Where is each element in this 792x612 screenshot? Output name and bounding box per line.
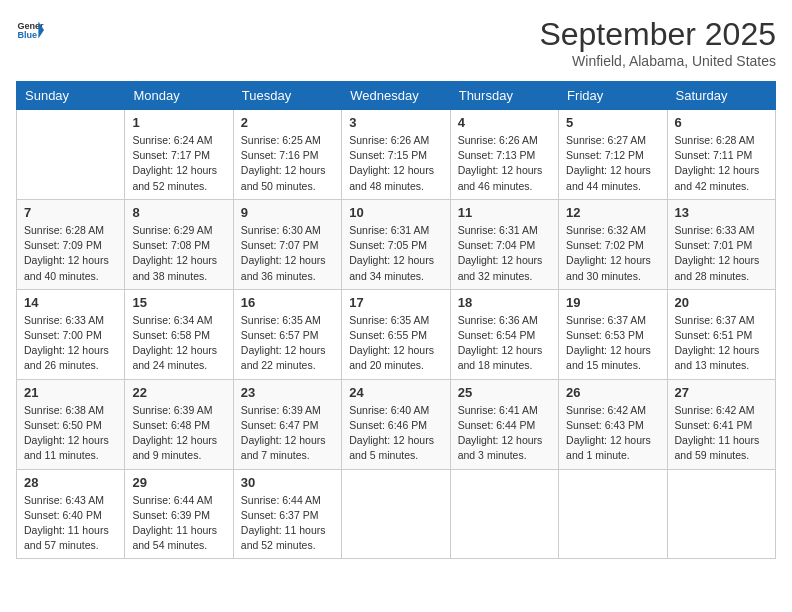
day-number: 9: [241, 205, 334, 220]
weekday-header-cell: Monday: [125, 82, 233, 110]
calendar-cell: 5Sunrise: 6:27 AM Sunset: 7:12 PM Daylig…: [559, 110, 667, 200]
day-number: 24: [349, 385, 442, 400]
day-details: Sunrise: 6:33 AM Sunset: 7:00 PM Dayligh…: [24, 313, 117, 374]
calendar-cell: [342, 469, 450, 559]
calendar-cell: 30Sunrise: 6:44 AM Sunset: 6:37 PM Dayli…: [233, 469, 341, 559]
day-number: 20: [675, 295, 768, 310]
day-details: Sunrise: 6:28 AM Sunset: 7:09 PM Dayligh…: [24, 223, 117, 284]
calendar-cell: 10Sunrise: 6:31 AM Sunset: 7:05 PM Dayli…: [342, 199, 450, 289]
day-number: 1: [132, 115, 225, 130]
day-number: 6: [675, 115, 768, 130]
calendar-cell: 23Sunrise: 6:39 AM Sunset: 6:47 PM Dayli…: [233, 379, 341, 469]
day-details: Sunrise: 6:36 AM Sunset: 6:54 PM Dayligh…: [458, 313, 551, 374]
calendar-cell: 15Sunrise: 6:34 AM Sunset: 6:58 PM Dayli…: [125, 289, 233, 379]
day-number: 15: [132, 295, 225, 310]
logo: General Blue: [16, 16, 44, 44]
calendar-body: 1Sunrise: 6:24 AM Sunset: 7:17 PM Daylig…: [17, 110, 776, 559]
day-number: 2: [241, 115, 334, 130]
day-number: 12: [566, 205, 659, 220]
weekday-header-cell: Wednesday: [342, 82, 450, 110]
calendar-cell: 4Sunrise: 6:26 AM Sunset: 7:13 PM Daylig…: [450, 110, 558, 200]
calendar-cell: 27Sunrise: 6:42 AM Sunset: 6:41 PM Dayli…: [667, 379, 775, 469]
calendar-cell: 9Sunrise: 6:30 AM Sunset: 7:07 PM Daylig…: [233, 199, 341, 289]
day-details: Sunrise: 6:26 AM Sunset: 7:15 PM Dayligh…: [349, 133, 442, 194]
calendar-cell: 25Sunrise: 6:41 AM Sunset: 6:44 PM Dayli…: [450, 379, 558, 469]
day-number: 30: [241, 475, 334, 490]
logo-icon: General Blue: [16, 16, 44, 44]
calendar-cell: 7Sunrise: 6:28 AM Sunset: 7:09 PM Daylig…: [17, 199, 125, 289]
day-details: Sunrise: 6:41 AM Sunset: 6:44 PM Dayligh…: [458, 403, 551, 464]
calendar-table: SundayMondayTuesdayWednesdayThursdayFrid…: [16, 81, 776, 559]
day-details: Sunrise: 6:38 AM Sunset: 6:50 PM Dayligh…: [24, 403, 117, 464]
day-number: 23: [241, 385, 334, 400]
day-details: Sunrise: 6:33 AM Sunset: 7:01 PM Dayligh…: [675, 223, 768, 284]
title-block: September 2025 Winfield, Alabama, United…: [539, 16, 776, 69]
weekday-header-cell: Sunday: [17, 82, 125, 110]
day-details: Sunrise: 6:35 AM Sunset: 6:57 PM Dayligh…: [241, 313, 334, 374]
calendar-week-row: 14Sunrise: 6:33 AM Sunset: 7:00 PM Dayli…: [17, 289, 776, 379]
day-number: 16: [241, 295, 334, 310]
calendar-cell: 24Sunrise: 6:40 AM Sunset: 6:46 PM Dayli…: [342, 379, 450, 469]
day-details: Sunrise: 6:27 AM Sunset: 7:12 PM Dayligh…: [566, 133, 659, 194]
weekday-header-cell: Saturday: [667, 82, 775, 110]
day-number: 19: [566, 295, 659, 310]
calendar-cell: 21Sunrise: 6:38 AM Sunset: 6:50 PM Dayli…: [17, 379, 125, 469]
calendar-cell: 11Sunrise: 6:31 AM Sunset: 7:04 PM Dayli…: [450, 199, 558, 289]
day-details: Sunrise: 6:25 AM Sunset: 7:16 PM Dayligh…: [241, 133, 334, 194]
day-number: 27: [675, 385, 768, 400]
calendar-cell: 26Sunrise: 6:42 AM Sunset: 6:43 PM Dayli…: [559, 379, 667, 469]
day-number: 26: [566, 385, 659, 400]
day-details: Sunrise: 6:34 AM Sunset: 6:58 PM Dayligh…: [132, 313, 225, 374]
calendar-week-row: 28Sunrise: 6:43 AM Sunset: 6:40 PM Dayli…: [17, 469, 776, 559]
calendar-cell: 29Sunrise: 6:44 AM Sunset: 6:39 PM Dayli…: [125, 469, 233, 559]
day-details: Sunrise: 6:31 AM Sunset: 7:05 PM Dayligh…: [349, 223, 442, 284]
calendar-cell: 16Sunrise: 6:35 AM Sunset: 6:57 PM Dayli…: [233, 289, 341, 379]
day-number: 22: [132, 385, 225, 400]
calendar-cell: 14Sunrise: 6:33 AM Sunset: 7:00 PM Dayli…: [17, 289, 125, 379]
weekday-header-cell: Thursday: [450, 82, 558, 110]
day-details: Sunrise: 6:24 AM Sunset: 7:17 PM Dayligh…: [132, 133, 225, 194]
day-number: 14: [24, 295, 117, 310]
calendar-cell: [17, 110, 125, 200]
calendar-cell: 19Sunrise: 6:37 AM Sunset: 6:53 PM Dayli…: [559, 289, 667, 379]
weekday-header-cell: Tuesday: [233, 82, 341, 110]
calendar-cell: 17Sunrise: 6:35 AM Sunset: 6:55 PM Dayli…: [342, 289, 450, 379]
day-details: Sunrise: 6:37 AM Sunset: 6:53 PM Dayligh…: [566, 313, 659, 374]
location: Winfield, Alabama, United States: [539, 53, 776, 69]
day-number: 25: [458, 385, 551, 400]
page-header: General Blue September 2025 Winfield, Al…: [16, 16, 776, 69]
calendar-week-row: 1Sunrise: 6:24 AM Sunset: 7:17 PM Daylig…: [17, 110, 776, 200]
day-details: Sunrise: 6:42 AM Sunset: 6:43 PM Dayligh…: [566, 403, 659, 464]
calendar-cell: 3Sunrise: 6:26 AM Sunset: 7:15 PM Daylig…: [342, 110, 450, 200]
calendar-cell: 12Sunrise: 6:32 AM Sunset: 7:02 PM Dayli…: [559, 199, 667, 289]
calendar-cell: 1Sunrise: 6:24 AM Sunset: 7:17 PM Daylig…: [125, 110, 233, 200]
day-number: 29: [132, 475, 225, 490]
calendar-cell: [667, 469, 775, 559]
day-number: 10: [349, 205, 442, 220]
day-details: Sunrise: 6:44 AM Sunset: 6:37 PM Dayligh…: [241, 493, 334, 554]
calendar-cell: [450, 469, 558, 559]
calendar-cell: 28Sunrise: 6:43 AM Sunset: 6:40 PM Dayli…: [17, 469, 125, 559]
calendar-week-row: 7Sunrise: 6:28 AM Sunset: 7:09 PM Daylig…: [17, 199, 776, 289]
day-details: Sunrise: 6:39 AM Sunset: 6:48 PM Dayligh…: [132, 403, 225, 464]
day-details: Sunrise: 6:32 AM Sunset: 7:02 PM Dayligh…: [566, 223, 659, 284]
day-details: Sunrise: 6:29 AM Sunset: 7:08 PM Dayligh…: [132, 223, 225, 284]
day-number: 5: [566, 115, 659, 130]
day-number: 3: [349, 115, 442, 130]
calendar-cell: 13Sunrise: 6:33 AM Sunset: 7:01 PM Dayli…: [667, 199, 775, 289]
day-details: Sunrise: 6:40 AM Sunset: 6:46 PM Dayligh…: [349, 403, 442, 464]
day-details: Sunrise: 6:43 AM Sunset: 6:40 PM Dayligh…: [24, 493, 117, 554]
day-details: Sunrise: 6:39 AM Sunset: 6:47 PM Dayligh…: [241, 403, 334, 464]
day-number: 21: [24, 385, 117, 400]
day-details: Sunrise: 6:37 AM Sunset: 6:51 PM Dayligh…: [675, 313, 768, 374]
day-number: 8: [132, 205, 225, 220]
day-number: 11: [458, 205, 551, 220]
day-details: Sunrise: 6:42 AM Sunset: 6:41 PM Dayligh…: [675, 403, 768, 464]
calendar-cell: 22Sunrise: 6:39 AM Sunset: 6:48 PM Dayli…: [125, 379, 233, 469]
calendar-cell: [559, 469, 667, 559]
calendar-cell: 18Sunrise: 6:36 AM Sunset: 6:54 PM Dayli…: [450, 289, 558, 379]
day-details: Sunrise: 6:28 AM Sunset: 7:11 PM Dayligh…: [675, 133, 768, 194]
month-title: September 2025: [539, 16, 776, 53]
weekday-header-row: SundayMondayTuesdayWednesdayThursdayFrid…: [17, 82, 776, 110]
svg-text:Blue: Blue: [17, 30, 37, 40]
